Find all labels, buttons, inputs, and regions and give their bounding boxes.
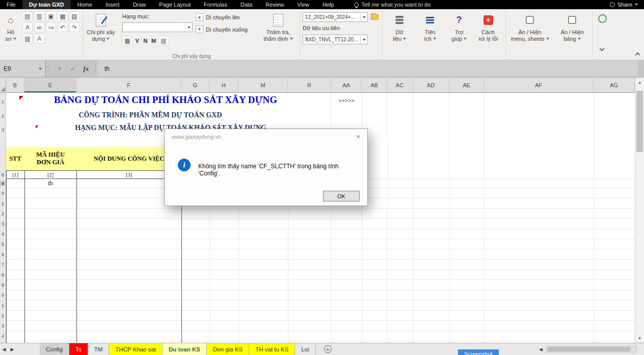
row-header-strip[interactable]: 12389012345678901234 [0,93,6,343]
row-header[interactable]: 4 [0,231,6,237]
column-header-ag[interactable]: AG [594,78,635,92]
grid-alt-icon[interactable]: ▧ [69,11,79,21]
toggle-m[interactable]: M [150,38,157,44]
ribbon-tab-du-toan-gxd[interactable]: Dự toán GXD [22,0,71,9]
move-up-button[interactable]: ▲ Di chuyển lên [196,13,240,21]
save-icon[interactable]: ▣ [46,11,56,21]
grid-icon[interactable]: ▦ [58,11,68,21]
sheet-tab-tm[interactable]: TM [88,343,110,355]
row-header[interactable]: 0 [0,292,6,298]
row-header[interactable]: 3 [0,127,6,133]
row-header[interactable]: 2 [0,313,6,318]
ribbon-tab-insert[interactable]: Insert [99,0,126,9]
cancel-entry-icon[interactable]: × [53,65,66,72]
formula-input[interactable]: th [97,60,638,77]
column-header-r[interactable]: R [288,78,331,92]
horizontal-scrollbar-thumb[interactable] [548,347,630,351]
sheet-tab-ts[interactable]: Ts [69,343,88,355]
ribbon-tab-view[interactable]: View [290,0,316,9]
row-header[interactable]: 8 [0,172,6,178]
ho-so-button[interactable]: ⌂ Hồ sơ [1,10,20,42]
tro-giup-button[interactable]: ? Trợ giúp [446,10,472,42]
case-icon[interactable]: Aa [46,22,56,32]
column-header-af[interactable]: AF [484,78,594,92]
table-icon[interactable]: ▦ [122,36,132,45]
toggle-v[interactable]: V [134,38,141,44]
tell-me-box[interactable]: Tell me what you want to do [354,2,431,8]
row-header[interactable]: 9 [0,282,6,288]
sheet-tab-loi[interactable]: Loi [295,343,315,355]
folder-icon[interactable] [371,14,379,20]
priority-data-combobox[interactable]: BXD_TNVL_TT12-20... [303,35,368,44]
column-header-ac[interactable]: AC [387,78,413,92]
du-lieu-button[interactable]: Dữ liệu [386,10,413,42]
ribbon-tab-formulas[interactable]: Formulas [197,0,234,9]
close-icon[interactable]: × [352,132,364,142]
confirm-entry-icon[interactable]: ✓ [66,65,79,72]
new-sheet-button[interactable]: + [324,345,332,353]
menu-icon[interactable]: ▤ [158,36,169,45]
row-header[interactable]: 8 [0,272,6,277]
horizontal-scrollbar[interactable] [546,346,637,352]
row-header[interactable]: 1 [0,98,6,104]
vertical-scrollbar[interactable]: ▴ ▾ [635,78,644,343]
ribbon-tab-review[interactable]: Review [259,0,290,9]
column-header-h[interactable]: H [209,78,238,92]
copy-icon[interactable]: ▥ [34,11,44,21]
column-header-g[interactable]: G [181,78,209,92]
row-header[interactable]: 6 [0,251,6,257]
replace-icon[interactable]: ab [34,22,44,32]
collapse-ribbon-icon[interactable] [635,53,640,58]
ribbon-tab-help[interactable]: Help [316,0,341,9]
vertical-scrollbar-thumb[interactable] [636,91,643,152]
hscroll-left-icon[interactable]: ◀ [539,347,543,352]
column-header-e[interactable]: E [24,78,76,92]
select-all-corner[interactable] [0,78,6,92]
column-header-aa[interactable]: AA [331,78,362,92]
ok-button[interactable]: OK [323,191,360,201]
scroll-down-icon[interactable]: ▾ [635,336,644,341]
an-hien-menu-sheets-button[interactable]: Ẩn / Hiện menu, sheets [508,10,551,42]
row-header[interactable]: 4 [0,333,6,339]
insert-function-button[interactable]: fx [79,65,93,73]
expand-formula-bar-icon[interactable] [638,68,641,70]
combo-dropdown-icon[interactable] [185,23,192,32]
combo-dropdown-icon[interactable] [360,13,367,21]
redo-icon[interactable]: ↷ [69,22,79,32]
ribbon-tab-draw[interactable]: Draw [126,0,153,9]
column-header-b[interactable]: B [6,78,24,92]
column-header-ab[interactable]: AB [362,78,387,92]
tham-tra-tham-dinh-button[interactable]: Thẩm tra, thẩm định [261,10,296,42]
row-header[interactable]: 2 [0,211,6,216]
row-header[interactable]: 0 [0,190,6,196]
sheet-tab-don-gia-ks[interactable]: Don gia KS [207,343,249,355]
name-box[interactable]: E9 [0,60,46,77]
sheet-nav-left-icon[interactable]: ◀ [0,347,8,352]
sheet-tab-config[interactable]: Config [40,343,69,355]
sheet-tab-th-vat-tu-ks[interactable]: TH vat tu KS [249,343,295,355]
tien-ich-button[interactable]: Tiện ích [417,10,443,42]
new-file-icon[interactable]: ▤ [22,11,33,21]
sheet-nav-right-icon[interactable]: ▶ [8,347,16,352]
ribbon-tab-home[interactable]: Home [71,0,99,9]
move-down-button[interactable]: ▼ Di chuyển xuống [196,26,248,33]
toggle-n[interactable]: N [142,38,149,44]
font-color-icon[interactable]: A [22,22,33,32]
share-button[interactable]: Share [610,2,638,8]
an-hien-bang-button[interactable]: Ẩn / Hiện bảng [554,10,590,42]
row-header[interactable]: 7 [0,262,6,267]
column-header-m[interactable]: M [238,78,288,92]
font-icon[interactable]: A [34,34,44,43]
format-cells-icon[interactable]: ▨ [22,34,33,43]
circle-icon[interactable] [598,14,607,23]
row-header[interactable]: 1 [0,200,6,206]
chevron-down-icon[interactable] [600,46,605,52]
ribbon-tab-page-layout[interactable]: Page Layout [152,0,197,9]
ribbon-tab-data[interactable]: Data [234,0,259,9]
row-header[interactable]: 3 [0,221,6,226]
row-header[interactable]: 9 [0,181,6,186]
selected-cell-e9[interactable]: th [24,179,76,188]
sheet-tab-thcp-khao-sat[interactable]: THCP Khao sat [109,343,163,355]
undo-icon[interactable]: ↶ [58,22,68,32]
row-header[interactable]: 1 [0,302,6,308]
